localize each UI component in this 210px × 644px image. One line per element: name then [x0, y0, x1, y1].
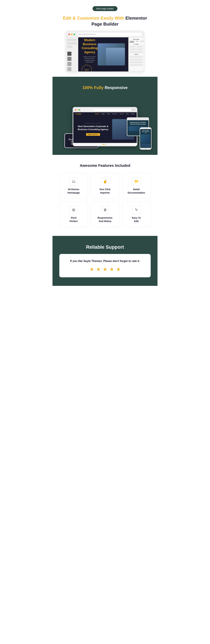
panel-tab-content: Content: [130, 40, 134, 42]
phone-grid: [141, 144, 150, 147]
features-grid: 🗂04 DemosHomepage☝One ClickImporter📁Deta…: [59, 173, 151, 227]
nav-logo: ★ Saylo: [75, 113, 81, 115]
phone-content: Expert Financial Advice, Tailored to You: [140, 129, 151, 148]
desktop-pagination: [73, 143, 137, 146]
panel-control: [130, 58, 143, 60]
desktop-nav: ★ Saylo Home ▾ Pages About Services ▾ Ca…: [73, 112, 137, 116]
nav-pages: Pages: [102, 113, 105, 114]
feature-card-pixel: ⊞PixelPerfect: [59, 202, 88, 227]
feature-card-demos: 🗂04 DemosHomepage: [59, 173, 88, 199]
pagination-dot-active: [102, 144, 105, 145]
hero-heading: Edit & Customize Easily With Elementor P…: [59, 15, 151, 27]
support-card: If you like Saylo Themes. Please don't f…: [59, 254, 151, 277]
browser-dot-yellow: [71, 34, 72, 35]
star-4: ★: [110, 266, 114, 272]
feature-label-pixel: PixelPerfect: [70, 216, 78, 223]
feature-label-responsive: ResponnsiveAnd Retina: [98, 216, 112, 223]
features-heading: Awesome Features Included: [59, 164, 151, 168]
browser-main-content: CONSULTING AGENCY Modern Business Consul…: [78, 37, 128, 72]
hero-section: Best page builder Edit & Customize Easil…: [52, 0, 158, 77]
dot-green: [79, 109, 80, 110]
tablet-heading: Empowering You to Achieve Financial Free…: [129, 122, 147, 125]
feature-card-edit: ✎Easy ToEdit: [122, 202, 151, 227]
feature-label-importer: One ClickImporter: [100, 188, 110, 194]
responsive-heading: 100% Fully Responsive: [59, 85, 151, 90]
feature-icon-demos: 🗂: [70, 177, 78, 186]
feature-icon-docs: 📁: [132, 177, 140, 186]
support-heading: Reliable Support: [59, 244, 151, 250]
panel-control: [130, 56, 143, 58]
circular-badge: BUSINESS AGENCY: [82, 65, 92, 72]
panel-basic-label: ▸ Basic: [130, 54, 143, 55]
panel-control: [136, 46, 143, 48]
phone-device: Expert Financial Advice, Tailored to You: [140, 127, 152, 150]
desktop-hero-text: CONSULTING AGENCY Next Generation Corpor…: [76, 123, 110, 136]
responsive-heading-rest: Responsive: [104, 85, 128, 90]
panel-control: [130, 51, 136, 53]
feature-icon-edit: ✎: [132, 206, 140, 214]
responsive-heading-yellow: 100% Fully: [82, 85, 104, 90]
browser-mockup: https://saylo.themeai.com CONSULTING AGE…: [66, 31, 144, 72]
panel-control: [136, 48, 143, 50]
pagination-dot: [106, 144, 106, 145]
browser-bar: https://saylo.themeai.com: [66, 32, 144, 37]
browser-subtext: balance across various business function…: [82, 56, 98, 63]
features-section: Awesome Features Included 🗂04 DemosHomep…: [52, 155, 158, 236]
desktop-menu-area: [132, 109, 135, 111]
panel-edit-image-label: Edit Image: [130, 39, 143, 40]
best-page-builder-badge: Best page builder: [92, 6, 117, 11]
panel-tab-style: Style: [136, 40, 138, 42]
dot-red: [75, 109, 76, 110]
panel-item: [67, 46, 72, 48]
nav-home: Home ▾: [95, 113, 99, 114]
nav-services: Services ▾: [112, 113, 118, 114]
feature-label-demos: 04 DemosHomepage: [68, 188, 80, 194]
feature-card-responsive: 🖥ResponnsiveAnd Retina: [91, 202, 119, 227]
feature-card-importer: ☝One ClickImporter: [91, 173, 119, 199]
browser-text-block: CONSULTING AGENCY Modern Business Consul…: [82, 37, 98, 72]
panel-control: [130, 64, 143, 66]
devices-container: saylo.themeai.com ★ Saylo Home ▾ Pages A…: [59, 95, 151, 146]
feature-icon-responsive: 🖥: [101, 206, 109, 214]
browser-left-panel: [66, 37, 78, 72]
dot-yellow: [77, 109, 78, 110]
feature-icon-importer: ☝: [101, 177, 109, 186]
panel-item: [67, 42, 77, 44]
browser-cta-row: BUSINESS AGENCY: [82, 65, 98, 72]
phone-notch: [144, 128, 146, 128]
panel-control: [130, 46, 136, 48]
feature-card-docs: 📁DetailDocumentation: [122, 173, 151, 199]
browser-dot-red: [68, 34, 70, 35]
phone-grid-item: [141, 144, 146, 147]
feature-label-docs: DetailDocumentation: [128, 188, 145, 194]
phone-image1: [141, 134, 150, 143]
star-5: ★: [116, 266, 121, 272]
hero-heading-yellow: Edit & Customize Easily With: [63, 16, 126, 21]
feature-icon-pixel: ⊞: [70, 206, 78, 214]
panel-control: [130, 61, 143, 63]
nav-links: Home ▾ Pages About Services ▾ Cases ▾ Bl…: [95, 113, 135, 114]
desktop-consulting-label: CONSULTING AGENCY: [76, 123, 110, 124]
phone-text: Expert Financial Advice, Tailored to You: [141, 130, 150, 134]
desktop-url-bar: saylo.themeai.com: [82, 109, 131, 111]
pagination-dot: [107, 144, 108, 145]
panel-control: [130, 48, 136, 50]
browser-main-heading: Modern Business Consulting Agency: [82, 38, 98, 54]
responsive-section: 100% Fully Responsive saylo.themeai.com …: [52, 77, 158, 155]
support-section: Reliable Support If you like Saylo Theme…: [52, 236, 158, 286]
browser-right-panel: Edit Image Content Style Advanced ▸ Layo…: [128, 37, 144, 72]
stars-row: ★★★★★: [64, 266, 146, 272]
desktop-explore-btn[interactable]: Explore Services »: [86, 133, 100, 136]
tablet-bar: [127, 118, 148, 120]
phone-home-bar: [140, 148, 151, 149]
support-text: If you like Saylo Themes. Please don't f…: [64, 259, 146, 263]
nav-cases: Cases ▾: [120, 113, 124, 114]
browser-content: CONSULTING AGENCY Modern Business Consul…: [66, 37, 144, 72]
desktop-main-heading: Next Generation Corporate & Business Con…: [76, 125, 110, 131]
panel-control: [136, 51, 143, 53]
panel-layout-label: ▸ Layout: [130, 44, 143, 45]
phone-home-button: [145, 148, 146, 149]
nav-about: About: [107, 113, 110, 114]
desktop-browser-bar: saylo.themeai.com: [73, 108, 137, 112]
star-1: ★: [90, 266, 94, 272]
